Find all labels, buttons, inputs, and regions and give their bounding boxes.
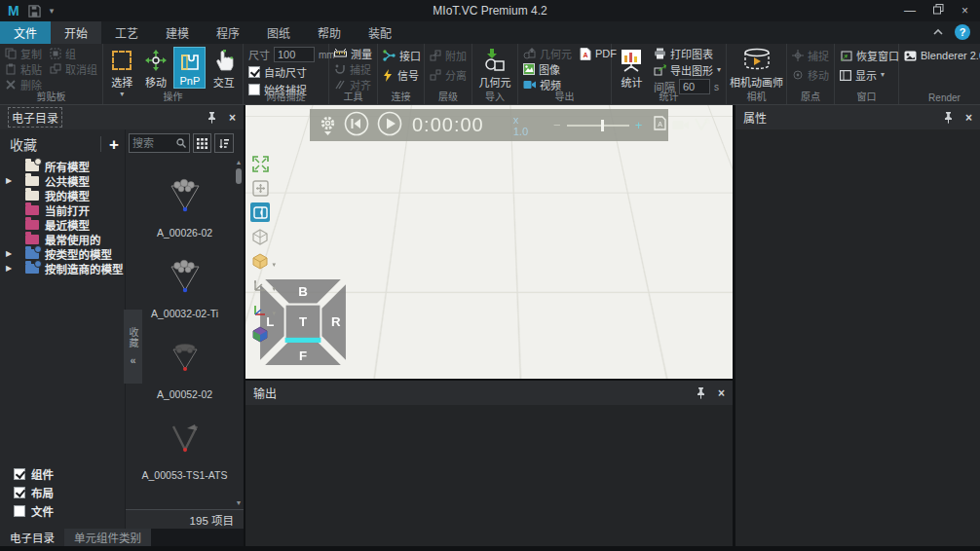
filter-layouts[interactable]: 布局 xyxy=(14,485,125,500)
fullscreen-icon[interactable] xyxy=(250,154,270,173)
ungroup-button[interactable]: 取消组 xyxy=(48,62,99,76)
interact-button[interactable]: 交互 xyxy=(207,47,240,91)
tree-item-models-by-manufacturer[interactable]: ▶按制造商的模型 xyxy=(0,261,125,276)
tab-ecatalog[interactable]: 电子目录 xyxy=(0,529,64,546)
navigation-cube[interactable]: B T L R F xyxy=(257,276,349,368)
import-geometry-button[interactable]: 几何元 xyxy=(475,47,514,91)
origin-snap-button[interactable]: 捕捉 xyxy=(790,49,831,62)
export-graph-button[interactable]: 导出图形▾ xyxy=(652,63,723,77)
model-item[interactable]: A_00032-02-Ti xyxy=(126,255,244,336)
reset-button[interactable] xyxy=(344,111,369,140)
tab-program[interactable]: 程序 xyxy=(203,21,253,44)
detach-button[interactable]: 分离 xyxy=(428,68,469,82)
export-image-button[interactable]: 图像 xyxy=(521,62,574,76)
model-item[interactable]: A_00026-02 xyxy=(126,174,244,255)
model-item[interactable]: A_00053-TS1-ATS xyxy=(126,417,244,497)
tree-item-most-used[interactable]: 最常使用的 xyxy=(0,232,125,246)
camera-animator-button[interactable]: 相机动画师 xyxy=(730,47,783,91)
tab-file[interactable]: 文件 xyxy=(0,21,51,44)
minimize-button[interactable]: — xyxy=(904,4,916,18)
expand-arrow-icon[interactable]: ▶ xyxy=(6,176,12,185)
tab-process[interactable]: 工艺 xyxy=(101,21,152,44)
filter-components[interactable]: 组件 xyxy=(14,466,125,482)
tab-modeling[interactable]: 建模 xyxy=(152,21,203,44)
speed-slider[interactable]: − + xyxy=(553,118,642,132)
speed-slider-track[interactable] xyxy=(567,125,629,127)
tab-drawing[interactable]: 图纸 xyxy=(253,21,304,44)
tree-item-my-models[interactable]: 我的模型 xyxy=(0,188,125,202)
favorites-collapse-handle[interactable]: 收藏 « xyxy=(124,310,142,384)
wireframe-mode-icon[interactable] xyxy=(250,227,270,246)
grid-view-button[interactable] xyxy=(193,133,212,153)
copy-button[interactable]: 复制 xyxy=(3,47,44,60)
grid-size-input[interactable] xyxy=(274,47,315,62)
model-list-scrollbar[interactable]: ▲ ▼ xyxy=(235,159,243,507)
save-icon[interactable] xyxy=(28,5,41,18)
tree-item-models-by-type[interactable]: ▶按类型的模型 xyxy=(0,246,125,261)
export-pdf-icon[interactable]: A xyxy=(654,116,666,134)
close-icon[interactable]: × xyxy=(965,111,972,125)
display-button[interactable]: 显示▾ xyxy=(838,68,901,82)
tab-home[interactable]: 开始 xyxy=(51,21,101,44)
print-chart-button[interactable]: 打印图表 xyxy=(652,47,723,60)
files-checkbox[interactable] xyxy=(14,505,25,517)
layouts-checkbox[interactable] xyxy=(14,487,25,498)
paste-button[interactable]: 粘贴 xyxy=(3,62,44,76)
tree-item-public-models[interactable]: ▶公共模型 xyxy=(0,173,125,188)
pin-icon[interactable] xyxy=(943,112,954,124)
expand-arrow-icon[interactable]: ▶ xyxy=(6,249,12,258)
tab-help[interactable]: 帮助 xyxy=(304,21,355,44)
origin-move-button[interactable]: 移动 xyxy=(790,68,831,82)
blenderer-button[interactable]: Blenderer 2.0 xyxy=(902,49,980,62)
filter-files[interactable]: 文件 xyxy=(14,503,125,519)
snap-button[interactable]: 捕捉 xyxy=(332,62,374,76)
output-content[interactable] xyxy=(245,405,733,546)
auto-size-checkbox[interactable]: 自动尺寸 xyxy=(246,65,337,79)
pin-icon[interactable] xyxy=(207,112,217,124)
interface-button[interactable]: 接口 xyxy=(381,49,423,62)
viewport-3d[interactable]: 0:00:00 x 1.0 − + A xyxy=(245,105,733,379)
expand-arrow-icon[interactable]: ▶ xyxy=(6,264,12,273)
group-button[interactable]: 组 xyxy=(48,47,99,60)
shaded-mode-icon[interactable]: ▾ xyxy=(250,251,270,271)
pin-icon[interactable] xyxy=(696,387,706,399)
measure-button[interactable]: 测量 xyxy=(332,47,374,60)
tree-item-recent-models[interactable]: 最近模型 xyxy=(0,217,125,232)
export-geometry-button[interactable]: 几何元 xyxy=(521,47,574,60)
tab-cell-component-category[interactable]: 单元组件类别 xyxy=(64,529,151,546)
statistics-button[interactable]: 统计 xyxy=(615,47,649,91)
speed-slider-handle[interactable] xyxy=(601,120,604,131)
close-button[interactable]: × xyxy=(961,4,968,18)
add-favorite-button[interactable]: + xyxy=(109,136,119,153)
tree-item-all-models[interactable]: 所有模型 xyxy=(0,159,125,173)
speed-decrease-icon[interactable]: − xyxy=(553,118,561,132)
close-icon[interactable]: × xyxy=(718,386,725,400)
fit-view-icon[interactable] xyxy=(250,178,270,198)
quick-access-menu-icon[interactable]: ▾ xyxy=(50,6,55,16)
speed-increase-icon[interactable]: + xyxy=(635,118,643,132)
properties-content[interactable] xyxy=(735,129,980,546)
collapse-ribbon-icon[interactable] xyxy=(933,23,943,41)
close-icon[interactable]: × xyxy=(229,111,236,125)
sort-button[interactable] xyxy=(214,133,234,153)
tree-item-currently-open[interactable]: 当前打开 xyxy=(0,202,125,217)
simulation-settings-icon[interactable] xyxy=(320,115,336,135)
signal-button[interactable]: 信号 xyxy=(381,68,423,82)
restore-window-button[interactable]: 恢复窗口 xyxy=(838,49,901,62)
app-logo[interactable]: M xyxy=(8,4,19,18)
model-item[interactable]: A_00052-02 xyxy=(126,336,244,417)
tab-assembly[interactable]: 装配 xyxy=(355,21,405,44)
axes-icon[interactable]: ▾ xyxy=(250,300,270,319)
help-icon[interactable]: ? xyxy=(955,24,970,40)
projection-toggle-icon[interactable] xyxy=(250,202,270,222)
scrollbar-thumb[interactable] xyxy=(236,168,242,184)
auto-size-checkbox-box[interactable] xyxy=(248,66,260,78)
scroll-up-icon[interactable]: ▲ xyxy=(236,159,243,166)
components-checkbox[interactable] xyxy=(14,468,25,480)
pnp-button[interactable]: PnP xyxy=(173,47,206,89)
scroll-down-icon[interactable]: ▼ xyxy=(236,499,243,507)
restore-button[interactable] xyxy=(933,4,944,18)
search-input[interactable] xyxy=(132,137,176,149)
move-button[interactable]: 移动 xyxy=(140,47,172,91)
world-frame-icon[interactable] xyxy=(250,324,270,344)
